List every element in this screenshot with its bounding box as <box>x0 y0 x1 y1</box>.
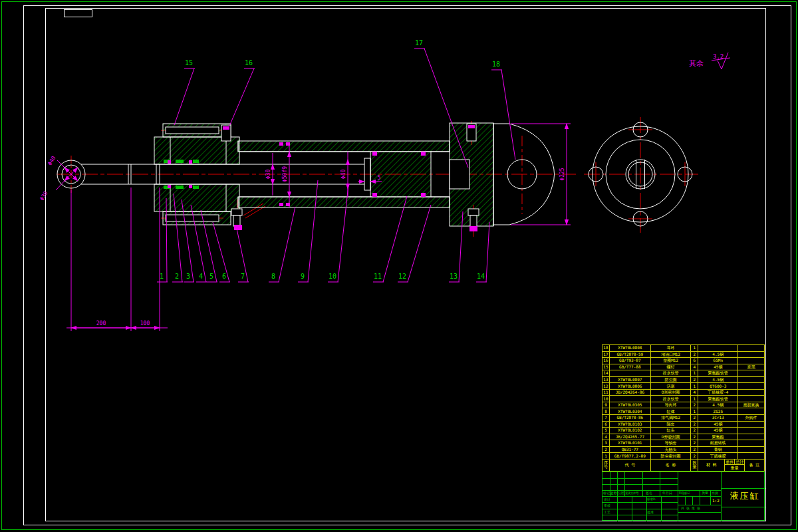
tb-label-design: 设计 <box>604 497 610 501</box>
leader-line <box>408 205 431 282</box>
bom-cell-note <box>738 408 765 414</box>
bom-cell-code: GB/T77-88 <box>610 364 651 370</box>
bom-cell-material: 青铜 <box>698 447 738 453</box>
dim-rod-diameter: Φ30 <box>265 170 271 180</box>
bom-cell-name: 螺钉 <box>651 364 692 370</box>
tb-label-change-doc: 更改文件号 <box>625 491 638 495</box>
bom-cell-name: 排水软管 <box>651 396 692 402</box>
bom-cell-material: 4.5钢 <box>698 352 738 358</box>
tb-label-mass: 质量 <box>702 491 708 495</box>
bom-cell-name: 缸体 <box>651 408 692 414</box>
part-number-10: 10 <box>329 273 336 280</box>
bom-cell-qty: 2 <box>691 352 698 358</box>
part-number-16: 16 <box>245 59 253 66</box>
bom-cell-code: XTW70L0807 <box>610 377 651 383</box>
bom-cell-no: 7 <box>602 415 610 421</box>
tb-label-zone: 分区 <box>618 491 624 495</box>
bom-row: 3XTW70L0101导轴套2耐磨铸铁 <box>602 440 765 446</box>
bom-cell-name: 隔套 <box>651 422 692 428</box>
bom-cell-qty: 4 <box>691 390 698 396</box>
tb-label-standardization: 标准化 <box>647 497 655 501</box>
dim-piston-diameter: Φ40 <box>340 170 346 180</box>
tie-bolt-top <box>166 127 219 134</box>
leader-line <box>213 222 229 282</box>
bom-cell-material: 4.5钢 <box>698 402 738 408</box>
bom-cell-code: GB/T2878-86 <box>610 415 651 421</box>
tb-label-stage: 阶段标记 <box>679 491 690 495</box>
bom-cell-no: 17 <box>602 352 610 358</box>
bom-header-weight-each: 单件 <box>725 460 735 465</box>
bom-cell-material: 65Mn <box>698 358 738 364</box>
bom-header-note: 备 注 <box>745 460 765 471</box>
surface-note-prefix: 其余 <box>689 59 704 68</box>
bom-header-no: 序号 <box>602 460 610 471</box>
bom-cell-note <box>738 434 765 440</box>
bom-cell-no: 4 <box>602 434 610 440</box>
bom-cell-qty: 2 <box>691 428 698 434</box>
bom-cell-qty: 1 <box>691 345 698 351</box>
bom-cell-code <box>610 370 651 376</box>
bom-cell-material: 45钢 <box>698 364 738 370</box>
bom-cell-note <box>738 428 765 434</box>
bom-cell-name: 导轴套 <box>651 440 692 446</box>
bom-cell-note <box>738 370 765 376</box>
bom-cell-material: 聚氨酯软管 <box>698 370 738 376</box>
bom-cell-material: 45钢 <box>698 422 738 428</box>
part-number-8: 8 <box>271 273 275 280</box>
part-number-1: 1 <box>160 273 164 280</box>
bom-cell-code: JB/ZQ4264-86 <box>610 390 651 396</box>
bom-cell-qty: 4 <box>691 364 698 370</box>
bom-cell-code: GB/T93-87 <box>610 358 651 364</box>
bom-cell-no: 5 <box>602 428 610 434</box>
bom-cell-note <box>738 390 765 396</box>
part-number-7: 7 <box>241 273 245 280</box>
bom-row: 5XTW70L0102缸头245钢 <box>602 427 765 434</box>
bom-row: 6XTW70L0103隔套245钢 <box>602 421 765 428</box>
bom-cell-note <box>738 345 765 351</box>
front-port-fitting <box>231 209 242 215</box>
bom-cell-name: 排水软管 <box>651 370 692 376</box>
bom-cell-qty: 1 <box>691 396 698 402</box>
bom-cell-note <box>738 377 765 383</box>
bom-cell-qty: 2 <box>691 453 698 459</box>
dim-bore-diameter: Φ50f9 <box>282 166 288 182</box>
bom-cell-no: 16 <box>602 358 610 364</box>
bom-cell-name: 耳环 <box>651 345 692 351</box>
bom-cell-no: 15 <box>602 364 610 370</box>
leader-line <box>174 68 194 125</box>
part-number-15: 15 <box>185 59 193 66</box>
part-number-13: 13 <box>450 273 458 280</box>
bom-cell-qty: 2 <box>691 377 698 383</box>
drawing-title: 液压缸 <box>725 490 765 502</box>
bom-cell-name: D形密封圈 <box>651 434 692 440</box>
bom-cell-code: GB/T9877.2-89 <box>610 453 651 459</box>
bom-cell-note <box>738 447 765 453</box>
bom-row: 2QB31-77无触头2青铜 <box>602 446 765 453</box>
bom-row: 13XTW70L0807防尘圈24.5钢 <box>602 376 765 383</box>
bom-cell-no: 12 <box>602 383 610 389</box>
part-number-12: 12 <box>398 273 406 280</box>
bom-cell-material: 聚氨酯软管 <box>698 396 738 402</box>
bom-cell-material: 45钢 <box>698 428 738 434</box>
bom-header-code: 代 号 <box>610 460 651 471</box>
bom-cell-note: 外购件 <box>738 415 765 421</box>
part-number-4: 4 <box>199 273 203 280</box>
leader-line <box>279 207 295 282</box>
bom-row: 8XTW70L0304缸体1ZG25 <box>602 408 765 414</box>
part-number-3: 3 <box>186 273 190 280</box>
bom-row: 4JB/ZQ4265-77D形密封圈2聚氨酯 <box>602 434 765 440</box>
bom-cell-material <box>698 345 738 351</box>
part-number-17: 17 <box>415 39 423 47</box>
tube-wall-top <box>238 141 450 152</box>
bom-cell-name: 防尘密封圈 <box>651 453 692 459</box>
bom-header-name: 名 称 <box>651 460 692 471</box>
bom-cell-material: QT600-3 <box>698 383 738 389</box>
bom-cell-no: 2 <box>602 447 610 453</box>
bom-cell-no: 11 <box>602 390 610 396</box>
bom-cell-material: 聚氨酯 <box>698 434 738 440</box>
surface-roughness-note: 其余 3.2 <box>689 53 730 69</box>
bom-cell-qty: 1 <box>691 383 698 389</box>
bom-cell-name: O形密封圈 <box>651 390 692 396</box>
tb-label-approve: 批准 <box>647 510 654 514</box>
dim-clevis-diameter: Φ225 <box>559 168 565 180</box>
